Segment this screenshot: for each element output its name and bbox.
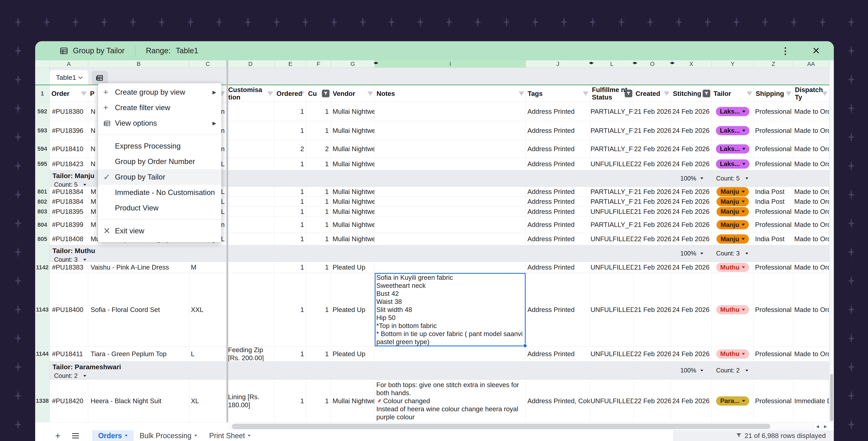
group-stitching-aggregate[interactable]: 100% [671,170,703,186]
filter-icon-notes[interactable] [518,91,524,96]
cell-notes[interactable] [375,262,526,273]
cell-notes[interactable] [375,347,526,361]
cell-dispatch[interactable]: Made to Orde [793,233,829,245]
filter-icon-vendor[interactable] [367,91,373,96]
column-letter-L[interactable]: L◀▶ [590,60,634,67]
cell-customisation[interactable] [226,158,275,170]
cell-customisation[interactable] [226,121,275,140]
column-letter-E[interactable]: E [275,60,306,67]
cell-shipping[interactable]: Professional [754,207,793,217]
cell-vendor[interactable]: Mullai Nightwe [331,197,375,207]
cell-current[interactable]: 1 [306,347,331,361]
cell-order[interactable]: #PU18420 [50,380,88,422]
cell-fulfillment[interactable]: UNFULFILLED [590,380,634,422]
cell-notes[interactable]: Sofia in Kuyili green fabricSweetheart n… [375,273,526,347]
header-notes[interactable]: Notes [375,85,526,102]
cell-stitching[interactable]: 24 Feb 2026 [671,140,712,158]
cell-order[interactable]: #PU18384 [50,187,88,197]
cell-tailor[interactable]: Muthu [712,347,754,361]
cell-tags[interactable]: Address Printed [526,262,590,273]
group-stitching-aggregate[interactable]: 100% [671,245,703,262]
cell-current[interactable]: 1 [306,207,331,217]
cell-dispatch[interactable]: Made to Orde [793,102,829,121]
cell-stitching[interactable]: 24 Feb 2026 [671,347,712,361]
cell-fulfillment[interactable]: PARTIALLY_FU [590,187,634,197]
vertical-scroll-thumb[interactable] [830,374,833,421]
cell-customisation[interactable] [226,262,275,273]
cell-customisation[interactable] [226,102,275,121]
cell-vendor[interactable]: Mullai Nightwe [331,102,375,121]
cell-size[interactable]: L [189,347,226,361]
tailor-pill[interactable]: Manju [716,234,749,244]
cell-dispatch[interactable]: Made to Orde [793,217,829,233]
cell-customisation[interactable] [226,140,275,158]
column-letter-J[interactable]: J◀▶ [526,60,590,67]
cell-shipping[interactable]: India Post [754,187,793,197]
column-letter-C[interactable]: C [189,60,226,67]
cell-tags[interactable]: Address Printed [526,187,590,197]
cell-product[interactable]: Sofia - Floral Coord Set [88,273,189,347]
cell-tags[interactable]: Address Printed [526,121,590,140]
cell-dispatch[interactable]: Made to Orde [793,158,829,170]
filter-icon-stitching[interactable] [703,90,710,97]
tailor-pill[interactable]: Laks... [716,144,750,153]
column-letter-Z[interactable]: Z [754,60,793,67]
menu-item-group-by-tailor[interactable]: ✓Group by Tailor [98,169,221,185]
header-fulfillment[interactable]: Fulfillme nt Status [590,85,634,102]
tailor-pill[interactable]: Manju [716,207,749,216]
cell-fulfillment[interactable]: UNFULFILLED [590,262,634,273]
cell-customisation[interactable]: Feeding Zip [Rs. 200.00] [226,347,275,361]
cell-current[interactable]: 1 [306,187,331,197]
header-vendor[interactable]: Vendor [331,85,375,102]
cell-stitching[interactable]: 24 Feb 2026 [671,187,712,197]
cell-dispatch[interactable]: Made to Orde [793,273,829,347]
tailor-pill[interactable]: Para... [716,396,749,406]
cell-shipping[interactable]: Professional [754,380,793,422]
vertical-scrollbar[interactable] [829,60,834,422]
cell-current[interactable]: 1 [306,380,331,422]
cell-shipping[interactable]: Professional [754,273,793,347]
close-icon[interactable]: ✕ [812,46,820,56]
cell-tags[interactable]: Address Printed [526,207,590,217]
cell-current[interactable]: 2 [306,140,331,158]
cell-order[interactable]: #PU18411 [50,347,88,361]
cell-ordered[interactable]: 1 [275,207,306,217]
cell-order[interactable]: #PU18423 [50,158,88,170]
cell-fulfillment[interactable]: PARTIALLY_FU [590,102,634,121]
cell-tailor[interactable]: Manju [712,187,754,197]
tab-bulk-processing[interactable]: Bulk Processing [134,430,203,441]
cell-order[interactable]: #PU18380 [50,102,88,121]
filter-icon-created[interactable] [664,91,670,96]
header-current[interactable]: Cu [306,85,331,102]
cell-order[interactable]: #PU18400 [50,273,88,347]
cell-fulfillment[interactable]: PARTIALLY_FU [590,197,634,207]
cell-current[interactable]: 1 [306,121,331,140]
cell-order[interactable]: #PU18399 [50,217,88,233]
cell-vendor[interactable]: Mullai Nightwe [331,380,375,422]
column-letter-A[interactable]: A [50,60,88,67]
cell-fulfillment[interactable]: UNFULFILLED [590,233,634,245]
cell-current[interactable]: 1 [306,102,331,121]
menu-item-view-options[interactable]: View options▶ [98,115,221,131]
cell-current[interactable]: 1 [306,197,331,207]
cell-tailor[interactable]: Laks... [712,158,754,170]
header-tailor[interactable]: Tailor [712,85,754,102]
cell-notes[interactable] [375,140,526,158]
tab-print-sheet[interactable]: Print Sheet [203,430,256,441]
cell-notes[interactable] [375,207,526,217]
cell-tags[interactable]: Address Printed, Colou [526,380,590,422]
cell-shipping[interactable]: Professional [754,140,793,158]
cell-shipping[interactable]: Professional [754,262,793,273]
cell-created[interactable]: 21 Feb 2026 [634,207,671,217]
hidden-columns-icon[interactable]: ◀▶ [670,61,674,65]
cell-fulfillment[interactable]: PARTIALLY_FU [590,217,634,233]
menu-item-create-filter-view[interactable]: +Create filter view [98,100,221,115]
cell-stitching[interactable]: 24 Feb 2026 [671,197,712,207]
scroll-right-icon[interactable]: ▶ [822,422,829,430]
column-letter-F[interactable]: F [306,60,331,67]
column-letter-D[interactable]: D [226,60,275,67]
cell-shipping[interactable]: Professional [754,347,793,361]
cell-customisation[interactable]: Lining [Rs. 180.00] [226,380,275,422]
column-letter-O[interactable]: O◀▶ [634,60,671,67]
cell-customisation[interactable] [226,273,275,347]
